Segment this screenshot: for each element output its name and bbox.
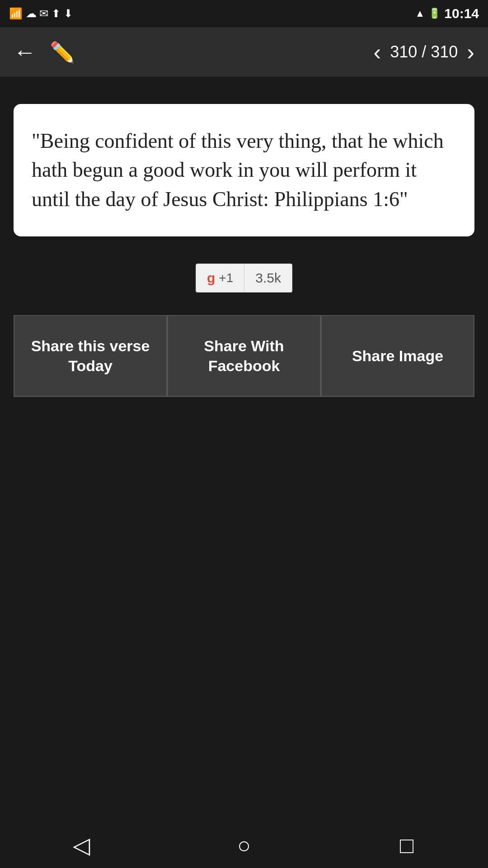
verse-text: "Being confident of this very thing, tha… <box>32 127 456 214</box>
back-button[interactable]: ← <box>14 39 36 65</box>
recents-icon: □ <box>400 832 413 859</box>
back-arrow-icon: ◁ <box>73 832 90 859</box>
paint-button[interactable]: ✏️ <box>50 40 75 64</box>
wifi-icon: ▲ <box>415 8 425 19</box>
share-image-button[interactable]: Share Image <box>321 315 474 396</box>
prev-icon: ‹ <box>374 39 381 65</box>
status-bar-right: ▲ 🔋 10:14 <box>415 6 479 21</box>
paint-icon: ✏️ <box>50 41 75 64</box>
plus-one-label: +1 <box>219 271 233 285</box>
status-bar-left: 📶 ☁ ✉ ⬆ ⬇ <box>9 7 73 20</box>
nav-bar: ← ✏️ ‹ 310 / 310 › <box>0 27 488 77</box>
bottom-nav: ◁ ○ □ <box>0 823 488 868</box>
prev-button[interactable]: ‹ <box>374 39 381 65</box>
verse-counter: 310 / 310 <box>390 42 458 61</box>
google-plus-button[interactable]: g +1 <box>196 264 244 292</box>
battery-icon: 🔋 <box>428 8 441 19</box>
verse-card: "Being confident of this very thing, tha… <box>14 104 474 236</box>
social-bar: g +1 3.5k <box>14 264 474 292</box>
google-icon: g <box>207 270 215 286</box>
status-bar: 📶 ☁ ✉ ⬆ ⬇ ▲ 🔋 10:14 <box>0 0 488 27</box>
count-badge[interactable]: 3.5k <box>244 264 292 292</box>
next-button[interactable]: › <box>467 39 474 65</box>
recents-button[interactable]: □ <box>325 832 488 859</box>
status-time: 10:14 <box>444 6 479 21</box>
back-icon: ← <box>14 39 36 65</box>
home-button[interactable]: ○ <box>163 832 325 859</box>
system-back-button[interactable]: ◁ <box>0 832 163 859</box>
next-icon: › <box>467 39 474 65</box>
home-icon: ○ <box>237 832 251 859</box>
nav-center: ‹ 310 / 310 › <box>374 39 474 65</box>
share-facebook-button[interactable]: Share With Facebook <box>167 315 321 396</box>
main-content: "Being confident of this very thing, tha… <box>0 77 488 415</box>
share-verse-button[interactable]: Share this verse Today <box>14 315 167 396</box>
notification-icons: 📶 ☁ ✉ ⬆ ⬇ <box>9 7 73 20</box>
share-buttons: Share this verse Today Share With Facebo… <box>14 315 474 396</box>
